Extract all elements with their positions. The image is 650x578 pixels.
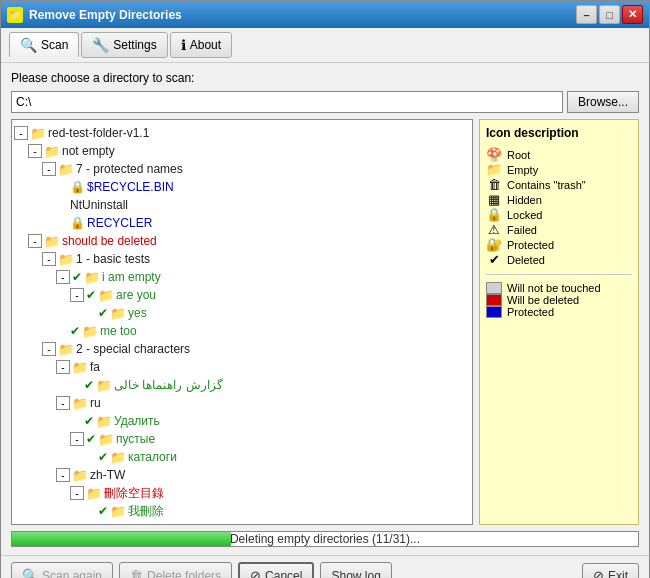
expand-icon[interactable]: - xyxy=(28,144,42,158)
tree-item-label: RECYCLER xyxy=(87,216,152,230)
folder-icon: 📁 xyxy=(58,252,74,267)
tree-item-label: $RECYCLE.BIN xyxy=(87,180,174,194)
directory-input[interactable] xyxy=(11,91,563,113)
tab-settings[interactable]: 🔧 Settings xyxy=(81,32,167,58)
cancel-button[interactable]: ⊘ Cancel xyxy=(238,562,314,578)
exit-label: Exit xyxy=(608,569,628,579)
legend-swatch-item: Protected xyxy=(486,306,632,318)
folder-icon: 📁 xyxy=(82,324,98,339)
tree-row: -✔📁i am empty xyxy=(12,268,472,286)
scan-again-button[interactable]: 🔍 Scan again xyxy=(11,562,113,578)
tree-scroll[interactable]: -📁red-test-folder-v1.1-📁not empty-📁7 - p… xyxy=(12,120,472,524)
tree-row: ✔📁yes xyxy=(12,304,472,322)
tree-item-label: 2 - special characters xyxy=(76,342,190,356)
legend-item-label: Contains "trash" xyxy=(507,179,586,191)
folder-icon: 📁 xyxy=(98,288,114,303)
tree-row: -📁zh-TW xyxy=(12,466,472,484)
exit-button[interactable]: ⊘ Exit xyxy=(582,563,639,578)
expand-icon[interactable]: - xyxy=(28,234,42,248)
tree-item-label: 7 - protected names xyxy=(76,162,183,176)
tree-row: ✔📁каталоги xyxy=(12,448,472,466)
folder-icon: 📁 xyxy=(84,270,100,285)
tree-item-label: Удалить xyxy=(114,414,160,428)
tree-item-label: fa xyxy=(90,360,100,374)
expand-icon[interactable]: - xyxy=(56,396,70,410)
tree-row: -📁2 - special characters xyxy=(12,340,472,358)
tree-item-label: 1 - basic tests xyxy=(76,252,150,266)
show-log-label: Show log xyxy=(331,569,380,579)
bottom-bar: 🔍 Scan again 🗑 Delete folders ⊘ Cancel S… xyxy=(1,555,649,578)
legend-item: 🔐Protected xyxy=(486,237,632,252)
tree-item-label: not empty xyxy=(62,144,115,158)
scan-again-label: Scan again xyxy=(42,569,102,579)
tree-item-label: گزارش راهنماها خالی xyxy=(114,378,223,392)
legend-item-icon: ▦ xyxy=(486,192,502,207)
tree-row: -✔📁are you xyxy=(12,286,472,304)
legend-swatch-item: Will be deleted xyxy=(486,294,632,306)
folder-icon: 📁 xyxy=(58,342,74,357)
progress-area: Deleting empty directories (11/31)... xyxy=(11,531,639,547)
folder-icon: 📁 xyxy=(72,360,88,375)
title-buttons: – □ ✕ xyxy=(576,5,643,24)
check-icon: ✔ xyxy=(98,306,108,320)
folder-icon: 📁 xyxy=(30,126,46,141)
expand-icon[interactable]: - xyxy=(56,270,70,284)
delete-folders-button[interactable]: 🗑 Delete folders xyxy=(119,562,232,578)
exit-icon: ⊘ xyxy=(593,568,604,578)
expand-icon[interactable]: - xyxy=(42,162,56,176)
maximize-button[interactable]: □ xyxy=(599,5,620,24)
expand-icon[interactable]: - xyxy=(42,252,56,266)
tree-item-label: yes xyxy=(128,306,147,320)
expand-icon[interactable]: - xyxy=(56,468,70,482)
tab-scan[interactable]: 🔍 Scan xyxy=(9,32,79,58)
settings-tab-icon: 🔧 xyxy=(92,37,109,53)
check-icon: ✔ xyxy=(72,270,82,284)
legend-item-icon: 🔒 xyxy=(486,207,502,222)
check-icon: ✔ xyxy=(84,378,94,392)
swatch-label: Will not be touched xyxy=(507,282,601,294)
legend-item-icon: 🍄 xyxy=(486,147,502,162)
expand-icon[interactable]: - xyxy=(42,342,56,356)
close-button[interactable]: ✕ xyxy=(622,5,643,24)
legend-item-label: Failed xyxy=(507,224,537,236)
toolbar: 🔍 Scan 🔧 Settings ℹ About xyxy=(1,28,649,63)
legend-title: Icon description xyxy=(486,126,632,140)
browse-button[interactable]: Browse... xyxy=(567,91,639,113)
main-window: 📁 Remove Empty Directories – □ ✕ 🔍 Scan … xyxy=(0,0,650,578)
progress-wrapper: Deleting empty directories (11/31)... xyxy=(11,531,639,547)
check-icon: ✔ xyxy=(70,324,80,338)
app-icon: 📁 xyxy=(7,7,23,23)
legend-item-icon: ⚠ xyxy=(486,222,502,237)
folder-icon: 📁 xyxy=(58,162,74,177)
tree-row: ✔📁Удалить xyxy=(12,412,472,430)
tree-row: NtUninstall xyxy=(12,196,472,214)
minimize-button[interactable]: – xyxy=(576,5,597,24)
cancel-label: Cancel xyxy=(265,569,302,579)
tree-item-label: 刪除空目錄 xyxy=(104,485,164,502)
expand-icon[interactable]: - xyxy=(14,126,28,140)
tree-row: -📁1 - basic tests xyxy=(12,250,472,268)
expand-icon[interactable]: - xyxy=(70,486,84,500)
expand-icon[interactable]: - xyxy=(70,432,84,446)
check-icon: ✔ xyxy=(84,414,94,428)
tab-about[interactable]: ℹ About xyxy=(170,32,232,58)
legend-item: 🔒Locked xyxy=(486,207,632,222)
tree-item-label: 我刪除 xyxy=(128,503,164,520)
content-area: Please choose a directory to scan: Brows… xyxy=(1,63,649,555)
tree-row: 🔒$RECYCLE.BIN xyxy=(12,178,472,196)
legend-item-label: Empty xyxy=(507,164,538,176)
expand-icon[interactable]: - xyxy=(56,360,70,374)
bottom-left-buttons: 🔍 Scan again 🗑 Delete folders ⊘ Cancel S… xyxy=(11,562,392,578)
folder-icon: 📁 xyxy=(96,378,112,393)
expand-icon[interactable]: - xyxy=(70,288,84,302)
legend-item-label: Root xyxy=(507,149,530,161)
window-title: Remove Empty Directories xyxy=(29,8,182,22)
check-icon: ✔ xyxy=(98,504,108,518)
tree-row: 🔒RECYCLER xyxy=(12,214,472,232)
title-bar-left: 📁 Remove Empty Directories xyxy=(7,7,182,23)
legend-item: ▦Hidden xyxy=(486,192,632,207)
show-log-button[interactable]: Show log xyxy=(320,562,391,578)
tree-item-label: should be deleted xyxy=(62,234,157,248)
legend-item-label: Hidden xyxy=(507,194,542,206)
tree-item-label: i am empty xyxy=(102,270,161,284)
